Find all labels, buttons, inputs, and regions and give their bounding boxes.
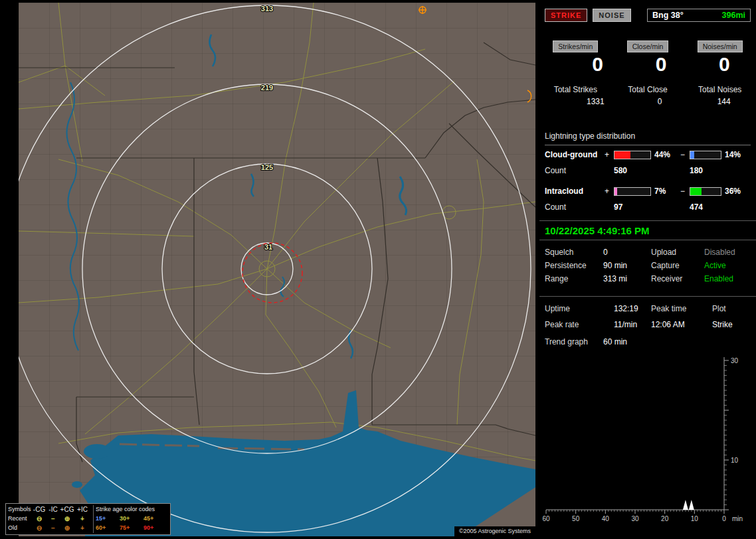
strike-button[interactable]: STRIKE — [545, 9, 587, 22]
uptime-value: 132:19 — [614, 304, 651, 313]
legend-row-recent: Recent ⊖ − ⊕ + 15+ 30+ 45+ — [6, 514, 170, 523]
ic-negative-bar — [690, 187, 721, 196]
persistence-value: 90 min — [603, 261, 651, 270]
age-75: 75+ — [120, 524, 143, 531]
age-90: 90+ — [143, 524, 167, 531]
squelch-label: Squelch — [545, 248, 603, 257]
stats-section: Uptime 132:19 Peak time Plot Peak rate 1… — [539, 296, 756, 333]
total-noises-label: Total Noises — [684, 85, 756, 94]
legend-col-pos-cg: +CG — [60, 506, 74, 513]
intracloud-row: Intracloud + 7% − 36% — [545, 187, 751, 196]
upload-status: Disabled — [704, 248, 751, 257]
cg-positive-pct: 44% — [651, 150, 680, 159]
panel-header: STRIKE NOISE Bng 38° 396mi — [545, 8, 751, 23]
total-close-label: Total Close — [612, 85, 684, 94]
cloud-ground-label: Cloud-ground — [545, 150, 605, 159]
plus-sign: + — [605, 187, 614, 196]
cg-negative-pct: 14% — [721, 150, 751, 159]
rate-values-row: 0 0 0 — [566, 53, 756, 76]
receiver-status: Enabled — [704, 274, 751, 283]
legend-age-header: Strike age color codes — [96, 506, 167, 512]
age-60: 60+ — [96, 524, 120, 531]
ic-positive-pct: 7% — [651, 187, 680, 196]
neg-ic-icon: − — [47, 515, 60, 522]
stats-row: Uptime 132:19 Peak time Plot — [545, 301, 751, 317]
trend-graph: 30106050403020100min — [539, 352, 756, 538]
svg-text:20: 20 — [661, 515, 669, 522]
neg-ic-old-icon: − — [47, 524, 60, 532]
ic-negative-count: 474 — [690, 202, 721, 212]
noises-per-min-value: 0 — [693, 53, 756, 76]
close-per-min-chip: Close/min — [627, 40, 669, 52]
cloud-ground-count-row: Count 580 180 — [545, 166, 751, 175]
settings-row: Persistence 90 min Capture Active — [539, 259, 756, 272]
persistence-label: Persistence — [545, 261, 603, 270]
peak-rate-value: 11/min — [614, 320, 651, 329]
neg-cg-icon: ⊖ — [32, 515, 47, 522]
plot-label: Plot — [712, 304, 751, 313]
lightning-map[interactable]: 313 219 125 31 — [19, 3, 535, 536]
total-strikes-value: 1331 — [563, 97, 628, 106]
cg-negative-bar — [690, 151, 721, 159]
squelch-value: 0 — [603, 248, 651, 257]
settings-row: Squelch 0 Upload Disabled — [539, 246, 756, 259]
ring-label-313: 313 — [261, 5, 273, 13]
right-panel: STRIKE NOISE Bng 38° 396mi Strikes/min C… — [539, 0, 756, 539]
svg-text:50: 50 — [572, 515, 580, 522]
total-close-value: 0 — [628, 97, 692, 106]
rate-chip-row: Strikes/min Close/min Noises/min — [539, 40, 756, 52]
bearing-label: Bng 38° — [652, 11, 684, 20]
peak-time-value: 12:06 AM — [651, 320, 712, 329]
range-label: Range — [545, 274, 603, 283]
capture-status: Active — [704, 261, 751, 270]
total-noises-value: 144 — [692, 97, 756, 106]
distribution-section: Lightning type distribution Cloud-ground… — [539, 131, 756, 212]
cg-positive-count: 580 — [614, 166, 651, 175]
upload-label: Upload — [651, 248, 704, 257]
close-per-min-value: 0 — [629, 53, 692, 76]
intracloud-count-row: Count 97 474 — [545, 202, 751, 212]
age-30: 30+ — [120, 515, 143, 522]
svg-text:0: 0 — [722, 515, 726, 522]
svg-text:min: min — [732, 515, 743, 522]
intracloud-label: Intracloud — [545, 187, 605, 196]
legend-old-label: Old — [8, 524, 32, 531]
cloud-ground-row: Cloud-ground + 44% − 14% — [545, 150, 751, 159]
strikes-per-min-value: 0 — [566, 53, 629, 76]
pos-cg-icon: ⊕ — [60, 515, 74, 522]
pos-cg-old-icon: ⊕ — [60, 524, 74, 532]
noise-button[interactable]: NOISE — [593, 9, 630, 22]
trend-graph-header: Trend graph 60 min — [539, 336, 756, 348]
settings-row: Range 313 mi Receiver Enabled — [539, 272, 756, 285]
cg-count-label: Count — [545, 166, 605, 175]
uptime-label: Uptime — [545, 304, 614, 313]
ic-positive-bar — [614, 187, 651, 196]
receiver-label: Receiver — [651, 274, 704, 283]
svg-text:10: 10 — [731, 457, 739, 464]
plus-sign: + — [605, 150, 614, 159]
svg-text:60: 60 — [542, 515, 550, 522]
total-strikes-label: Total Strikes — [539, 85, 612, 94]
capture-label: Capture — [651, 261, 704, 270]
peak-rate-label: Peak rate — [545, 320, 614, 329]
cg-positive-bar — [614, 151, 651, 159]
legend-col-neg-ic: -IC — [47, 506, 60, 513]
legend-col-pos-ic: +IC — [74, 506, 90, 513]
ic-negative-pct: 36% — [721, 187, 751, 196]
ring-label-219: 219 — [261, 84, 273, 92]
svg-text:10: 10 — [691, 515, 699, 522]
trend-graph-window: 60 min — [603, 337, 751, 346]
legend-recent-label: Recent — [8, 515, 32, 522]
cg-negative-count: 180 — [690, 166, 721, 175]
ic-positive-count: 97 — [614, 202, 651, 212]
svg-text:40: 40 — [602, 515, 610, 522]
minus-sign: − — [680, 187, 690, 196]
ring-label-125: 125 — [261, 163, 273, 171]
legend-divider — [93, 505, 94, 533]
age-15: 15+ — [96, 515, 120, 522]
stats-row: Peak rate 11/min 12:06 AM Strike — [545, 317, 751, 333]
settings-section: Squelch 0 Upload Disabled Persistence 90… — [539, 246, 756, 285]
totals-section: Total Strikes Total Close Total Noises 1… — [539, 85, 756, 106]
age-45: 45+ — [143, 515, 167, 522]
neg-cg-old-icon: ⊖ — [32, 524, 47, 532]
